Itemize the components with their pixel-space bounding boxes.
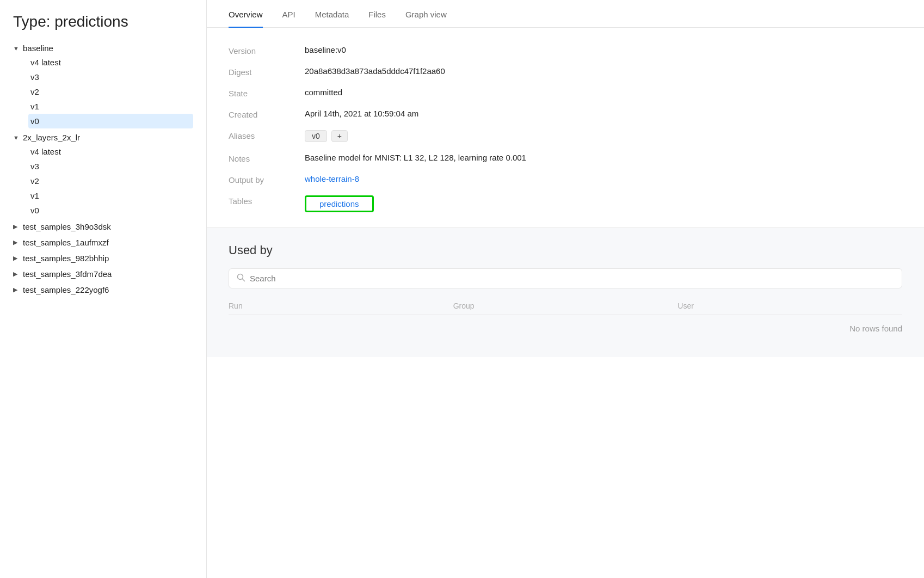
expand-arrow-icon: ▶ (13, 286, 20, 293)
alias-add-button[interactable]: + (331, 130, 348, 142)
no-rows-message: No rows found (229, 315, 902, 342)
notes-value: Baseline model for MNIST: L1 32, L2 128,… (305, 153, 902, 162)
tab-overview[interactable]: Overview (229, 0, 263, 28)
page-title: Type: predictions (13, 13, 206, 30)
predictions-link[interactable]: predictions (305, 195, 374, 212)
tree-parent-label: test_samples_3fdm7dea (23, 269, 112, 279)
overview-section: Version baseline:v0 Digest 20a8a638d3a87… (207, 28, 924, 228)
list-item[interactable]: v1 (28, 188, 193, 203)
used-by-title: Used by (229, 243, 902, 257)
list-item[interactable]: v1 (28, 99, 193, 114)
collapse-arrow-baseline: ▼ (13, 45, 20, 52)
output-by-label: Output by (229, 174, 305, 185)
sidebar: Type: predictions ▼ baseline v4 latest v… (0, 0, 207, 578)
search-icon (237, 273, 245, 284)
version-value: baseline:v0 (305, 45, 902, 54)
search-input[interactable] (250, 274, 894, 283)
tree-collapsed-test-samples-222yogf6[interactable]: ▶ test_samples_222yogf6 (13, 283, 206, 297)
tree-parent-label-baseline: baseline (23, 44, 53, 53)
list-item[interactable]: v3 (28, 159, 193, 174)
tree-collapsed-test-samples-982bhhip[interactable]: ▶ test_samples_982bhhip (13, 251, 206, 265)
tree-parent-label-2x-layers: 2x_layers_2x_lr (23, 133, 80, 142)
list-item[interactable]: v0 (28, 203, 193, 218)
output-by-link[interactable]: whole-terrain-8 (305, 174, 359, 183)
search-box (229, 268, 902, 288)
column-header-group: Group (453, 302, 678, 310)
column-header-run: Run (229, 302, 453, 310)
state-label: State (229, 88, 305, 98)
created-label: Created (229, 109, 305, 119)
tree-parent-label: test_samples_3h9o3dsk (23, 222, 111, 231)
tables-value: predictions (305, 195, 902, 212)
aliases-value: v0 + (305, 130, 902, 142)
content-area: Version baseline:v0 Digest 20a8a638d3a87… (207, 28, 924, 578)
list-item[interactable]: v2 (28, 84, 193, 99)
tab-graph-view[interactable]: Graph view (405, 0, 447, 28)
tree-collapsed-test-samples-1aufmxzf[interactable]: ▶ test_samples_1aufmxzf (13, 236, 206, 249)
state-value: committed (305, 88, 902, 97)
collapse-arrow-2x-layers: ▼ (13, 134, 20, 141)
tables-label: Tables (229, 195, 305, 206)
tree-collapsed-test-samples-3h9o3dsk[interactable]: ▶ test_samples_3h9o3dsk (13, 220, 206, 233)
tree-children-2x-layers: v4 latest v3 v2 v1 v0 (13, 144, 206, 218)
created-value: April 14th, 2021 at 10:59:04 am (305, 109, 902, 118)
alias-badge-v0: v0 (305, 130, 327, 142)
output-by-value: whole-terrain-8 (305, 174, 902, 183)
meta-table: Version baseline:v0 Digest 20a8a638d3a87… (229, 45, 902, 212)
tab-api[interactable]: API (282, 0, 295, 28)
tree-parent-2x-layers[interactable]: ▼ 2x_layers_2x_lr (13, 131, 206, 144)
list-item[interactable]: v4 latest (28, 144, 193, 159)
main-content: Overview API Metadata Files Graph view V… (207, 0, 924, 578)
used-by-section: Used by Run Group User No rows found (207, 228, 924, 357)
digest-label: Digest (229, 66, 305, 77)
list-item[interactable]: v3 (28, 70, 193, 84)
aliases-label: Aliases (229, 130, 305, 140)
tab-files[interactable]: Files (368, 0, 386, 28)
digest-value: 20a8a638d3a873ada5dddc47f1f2aa60 (305, 66, 902, 76)
column-header-user: User (677, 302, 902, 310)
expand-arrow-icon: ▶ (13, 239, 20, 246)
aliases-row: v0 + (305, 130, 902, 142)
tab-metadata[interactable]: Metadata (315, 0, 349, 28)
tree-section-2x-layers: ▼ 2x_layers_2x_lr v4 latest v3 v2 v1 v0 (13, 131, 206, 218)
expand-arrow-icon: ▶ (13, 223, 20, 230)
tree-parent-label: test_samples_982bhhip (23, 254, 109, 263)
tree-parent-baseline[interactable]: ▼ baseline (13, 41, 206, 55)
tree-collapsed-test-samples-3fdm7dea[interactable]: ▶ test_samples_3fdm7dea (13, 267, 206, 281)
tree-parent-label: test_samples_222yogf6 (23, 285, 109, 294)
list-item-active[interactable]: v0 (28, 114, 193, 128)
svg-line-1 (243, 279, 245, 281)
list-item[interactable]: v4 latest (28, 55, 193, 70)
table-header: Run Group User (229, 297, 902, 315)
expand-arrow-icon: ▶ (13, 255, 20, 262)
expand-arrow-icon: ▶ (13, 270, 20, 278)
tree-parent-label: test_samples_1aufmxzf (23, 238, 109, 247)
version-label: Version (229, 45, 305, 56)
notes-label: Notes (229, 153, 305, 163)
tree-section-baseline: ▼ baseline v4 latest v3 v2 v1 v0 (13, 41, 206, 128)
list-item[interactable]: v2 (28, 174, 193, 188)
tree-children-baseline: v4 latest v3 v2 v1 v0 (13, 55, 206, 128)
tab-bar: Overview API Metadata Files Graph view (207, 0, 924, 28)
